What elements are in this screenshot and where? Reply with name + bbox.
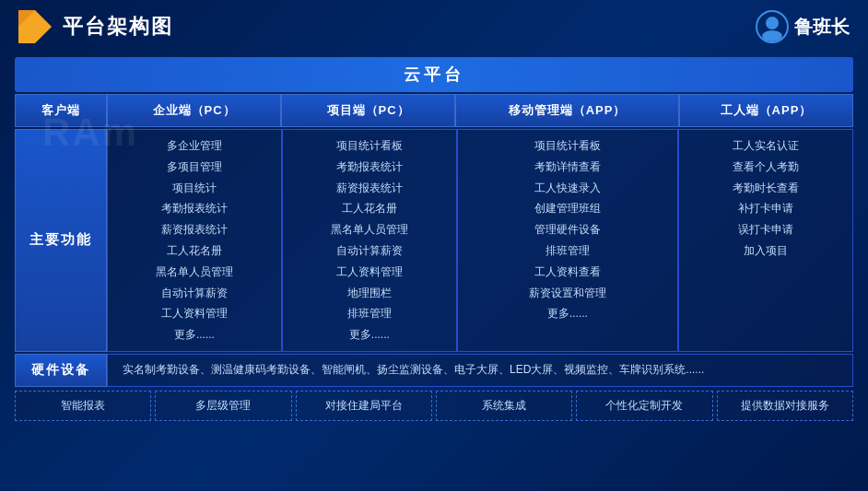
feature-data-service: 提供数据对接服务 (717, 391, 853, 421)
mobile-items: 项目统计看板 考勤详情查看 工人快速录入 创建管理班组 管理硬件设备 排班管理 … (529, 139, 606, 320)
column-headers: 客户端 企业端（PC） 项目端（PC） 移动管理端（APP） 工人端（APP） (15, 94, 853, 127)
enterprise-items: 多企业管理 多项目管理 项目统计 考勤报表统计 薪资报表统计 工人花名册 黑名单… (156, 139, 233, 341)
main-func-label: 主要功能 (15, 129, 107, 352)
logo-icon (18, 10, 52, 43)
col-mobile: 移动管理端（APP） (455, 94, 679, 127)
worker-items: 工人实名认证 查看个人考勤 考勤时长查看 补打卡申请 误打卡申请 加入项目 (733, 139, 799, 257)
brand-name: 鲁班长 (794, 15, 850, 40)
project-items: 项目统计看板 考勤报表统计 薪资报表统计 工人花名册 黑名单人员管理 自动计算薪… (331, 139, 408, 341)
svg-point-4 (762, 30, 782, 41)
hardware-label: 硬件设备 (15, 354, 107, 387)
col-project: 项目端（PC） (281, 94, 455, 127)
brand-icon (756, 10, 789, 43)
feature-multilevel: 多层级管理 (155, 391, 291, 421)
svg-point-3 (766, 17, 779, 29)
header-left: 平台架构图 (18, 10, 173, 43)
col-worker: 工人端（APP） (679, 94, 853, 127)
feature-gov-platform: 对接住建局平台 (296, 391, 432, 421)
main-content: 云平台 客户端 企业端（PC） 项目端（PC） 移动管理端（APP） 工人端（A… (0, 53, 868, 428)
feature-smart-report: 智能报表 (15, 391, 151, 421)
worker-funcs: 工人实名认证 查看个人考勤 考勤时长查看 补打卡申请 误打卡申请 加入项目 (678, 129, 853, 352)
feature-custom-dev: 个性化定制开发 (576, 391, 712, 421)
col-client: 客户端 (15, 94, 107, 127)
features-row: 智能报表 多层级管理 对接住建局平台 系统集成 个性化定制开发 提供数据对接服务 (15, 391, 853, 421)
page-title: 平台架构图 (63, 13, 173, 41)
hardware-content: 实名制考勤设备、测温健康码考勤设备、智能闸机、扬尘监测设备、电子大屏、LED大屏… (107, 354, 853, 387)
hardware-row: 硬件设备 实名制考勤设备、测温健康码考勤设备、智能闸机、扬尘监测设备、电子大屏、… (15, 354, 853, 387)
mobile-funcs: 项目统计看板 考勤详情查看 工人快速录入 创建管理班组 管理硬件设备 排班管理 … (457, 129, 678, 352)
brand: 鲁班长 (756, 10, 850, 43)
enterprise-funcs: 多企业管理 多项目管理 项目统计 考勤报表统计 薪资报表统计 工人花名册 黑名单… (107, 129, 282, 352)
project-funcs: 项目统计看板 考勤报表统计 薪资报表统计 工人花名册 黑名单人员管理 自动计算薪… (282, 129, 457, 352)
main-func-row: 主要功能 多企业管理 多项目管理 项目统计 考勤报表统计 薪资报表统计 工人花名… (15, 129, 853, 352)
col-enterprise: 企业端（PC） (107, 94, 281, 127)
header: 平台架构图 鲁班长 (0, 0, 868, 53)
feature-integration: 系统集成 (436, 391, 572, 421)
cloud-banner: 云平台 (15, 57, 853, 92)
